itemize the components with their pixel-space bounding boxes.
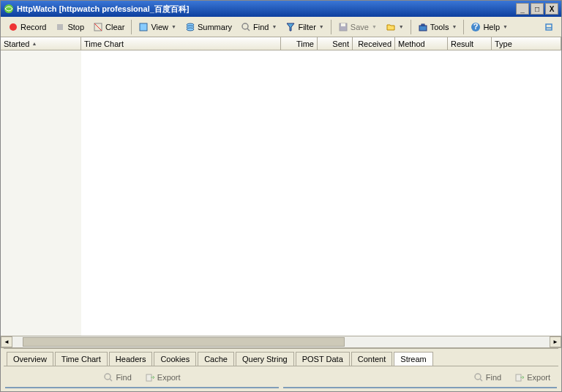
svg-line-10 bbox=[247, 29, 250, 31]
tab-overview[interactable]: Overview bbox=[7, 352, 53, 366]
tab-timechart[interactable]: Time Chart bbox=[55, 352, 108, 366]
help-button[interactable]: ?Help▼ bbox=[466, 20, 512, 34]
label: Tools bbox=[430, 23, 449, 31]
find-button[interactable]: Find▼ bbox=[236, 20, 281, 34]
col-received[interactable]: Received bbox=[353, 37, 395, 50]
label: Summary bbox=[198, 23, 232, 31]
export-icon bbox=[514, 372, 525, 382]
label: Stream bbox=[400, 355, 426, 363]
view-icon bbox=[138, 22, 149, 32]
pane-find-button[interactable]: Find bbox=[99, 370, 135, 385]
export-icon bbox=[145, 372, 155, 382]
col-timechart[interactable]: Time Chart bbox=[81, 37, 281, 50]
stop-icon bbox=[55, 22, 65, 32]
label: Started bbox=[4, 39, 29, 48]
pane-export-button[interactable]: Export bbox=[140, 370, 185, 385]
label: Cache bbox=[204, 355, 228, 363]
label: Cookies bbox=[160, 355, 190, 363]
label: Help bbox=[483, 23, 500, 31]
svg-rect-14 bbox=[422, 24, 424, 26]
tab-content[interactable]: Content bbox=[351, 352, 393, 366]
chevron-down-icon: ▼ bbox=[319, 24, 324, 29]
pane-export-button-2[interactable]: Export bbox=[510, 370, 555, 385]
summary-icon bbox=[185, 22, 195, 32]
label: Time bbox=[296, 39, 314, 48]
tab-cookies[interactable]: Cookies bbox=[154, 352, 196, 366]
save-button[interactable]: Save▼ bbox=[334, 20, 381, 34]
label: Save bbox=[351, 23, 369, 31]
toolbar: Record Stop Clear View▼ Summary Find▼ Fi… bbox=[1, 17, 561, 37]
label: POST Data bbox=[302, 355, 343, 363]
svg-point-1 bbox=[10, 23, 17, 31]
close-button[interactable]: X bbox=[545, 3, 558, 15]
save-icon bbox=[338, 22, 348, 32]
stop-button[interactable]: Stop bbox=[50, 20, 89, 34]
chevron-down-icon: ▼ bbox=[452, 24, 457, 29]
col-sent[interactable]: Sent bbox=[318, 37, 353, 50]
tools-button[interactable]: Tools▼ bbox=[413, 20, 462, 34]
request-stream-pane bbox=[5, 387, 279, 388]
sort-asc-icon: ▲ bbox=[31, 41, 37, 46]
clear-button[interactable]: Clear bbox=[89, 20, 129, 34]
svg-rect-24 bbox=[516, 374, 521, 381]
chevron-down-icon: ▼ bbox=[399, 24, 404, 29]
svg-rect-21 bbox=[146, 374, 151, 381]
svg-point-22 bbox=[475, 374, 481, 380]
label: Export bbox=[527, 373, 550, 382]
maximize-button[interactable]: □ bbox=[531, 3, 544, 15]
view-button[interactable]: View▼ bbox=[134, 20, 181, 34]
tab-querystring[interactable]: Query String bbox=[236, 352, 294, 366]
search-icon bbox=[103, 372, 113, 382]
minimize-button[interactable]: _ bbox=[516, 3, 529, 15]
app-icon bbox=[4, 4, 14, 14]
label: Time Chart bbox=[84, 39, 124, 48]
label: Type bbox=[495, 39, 512, 48]
label: Find bbox=[486, 373, 501, 382]
clear-icon bbox=[93, 22, 103, 32]
label: Stop bbox=[67, 23, 84, 31]
detail-tabs: Overview Time Chart Headers Cookies Cach… bbox=[4, 348, 558, 366]
chevron-down-icon: ▼ bbox=[171, 24, 176, 29]
label: Find bbox=[116, 373, 131, 382]
svg-point-19 bbox=[105, 374, 110, 380]
horizontal-scrollbar[interactable]: ◄ ► bbox=[1, 336, 561, 347]
scroll-thumb[interactable] bbox=[23, 337, 345, 347]
col-time[interactable]: Time bbox=[281, 37, 318, 50]
col-started[interactable]: Started▲ bbox=[1, 37, 81, 50]
col-type[interactable]: Type bbox=[492, 37, 561, 50]
label: Method bbox=[398, 39, 425, 48]
collapse-button[interactable] bbox=[539, 20, 558, 34]
tab-cache[interactable]: Cache bbox=[198, 352, 234, 366]
svg-point-8 bbox=[187, 28, 194, 31]
col-result[interactable]: Result bbox=[448, 37, 492, 50]
titlebar: HttpWatch [httpwatch professional_百度百科] … bbox=[1, 1, 561, 17]
label: Record bbox=[20, 23, 46, 31]
pane-find-button-2[interactable]: Find bbox=[469, 370, 506, 385]
open-button[interactable]: ▼ bbox=[381, 20, 408, 34]
tab-postdata[interactable]: POST Data bbox=[296, 352, 350, 366]
record-button[interactable]: Record bbox=[4, 20, 50, 34]
help-icon: ? bbox=[471, 22, 481, 32]
label: Content bbox=[358, 355, 386, 363]
scroll-right-icon[interactable]: ► bbox=[550, 336, 561, 347]
col-method[interactable]: Method bbox=[395, 37, 448, 50]
label: Query String bbox=[242, 355, 288, 363]
svg-point-9 bbox=[242, 23, 248, 29]
svg-line-23 bbox=[480, 379, 482, 381]
filter-button[interactable]: Filter▼ bbox=[281, 20, 328, 34]
svg-point-0 bbox=[4, 4, 13, 13]
scroll-left-icon[interactable]: ◄ bbox=[1, 336, 12, 347]
search-icon bbox=[241, 22, 251, 32]
svg-rect-12 bbox=[341, 23, 345, 26]
label: Overview bbox=[13, 355, 47, 363]
toolbox-icon bbox=[418, 22, 428, 32]
label: Clear bbox=[105, 23, 124, 31]
svg-text:?: ? bbox=[473, 22, 479, 31]
tab-headers[interactable]: Headers bbox=[109, 352, 153, 366]
summary-button[interactable]: Summary bbox=[181, 20, 236, 34]
label: View bbox=[151, 23, 168, 31]
chevron-down-icon: ▼ bbox=[372, 24, 377, 29]
folder-icon bbox=[386, 22, 396, 32]
window-title: HttpWatch [httpwatch professional_百度百科] bbox=[17, 4, 189, 15]
tab-stream[interactable]: Stream bbox=[394, 352, 432, 366]
